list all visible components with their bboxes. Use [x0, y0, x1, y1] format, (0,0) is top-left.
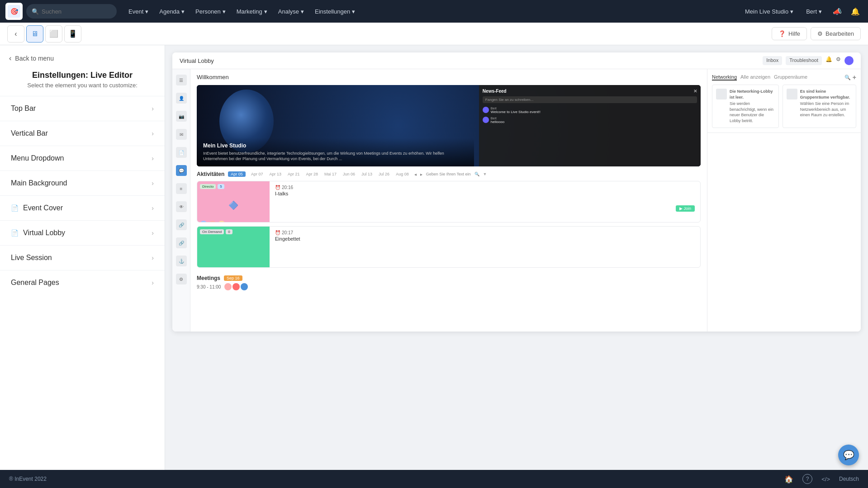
sidebar-item-top-bar[interactable]: Top Bar ›	[0, 96, 165, 121]
search-icon[interactable]: 🔍	[844, 75, 851, 81]
sidebar-item-menu-dropdown[interactable]: Menu Dropdown ›	[0, 146, 165, 171]
link2-icon[interactable]: 🔗	[176, 237, 187, 248]
user-menu[interactable]: Bert ▾	[802, 5, 826, 18]
troubleshoot-button[interactable]: Troubleshoot	[786, 56, 822, 65]
chevron-down-icon: ▾	[352, 8, 355, 15]
session-join-button[interactable]: ▶ Join	[676, 205, 695, 212]
show-all-link[interactable]: Alle anzeigen	[740, 74, 770, 81]
filter-input[interactable]: Geben Sie Ihren Text ein	[426, 172, 471, 176]
sidebar-item-label: Event Cover	[23, 204, 63, 212]
anchor-icon[interactable]: ⚓	[176, 256, 187, 266]
desktop-view-button[interactable]: 🖥	[26, 25, 43, 43]
doc-icon[interactable]: 📄	[176, 147, 187, 158]
preview-topbar-right: Inbox Troubleshoot 🔔 ⚙	[763, 56, 854, 65]
camera-icon[interactable]: 📷	[176, 111, 187, 122]
networking-empty-text: Die Networking-Lobby ist leer. Sie werde…	[730, 89, 775, 124]
menu-icon[interactable]: ☰	[176, 75, 187, 85]
session-thumbnail-2: On Demand 0	[197, 227, 270, 267]
date-item[interactable]: Mai 17	[323, 171, 338, 177]
sidebar-item-event-cover[interactable]: 📄 Event Cover ›	[0, 195, 165, 220]
nav-next-icon[interactable]: ▸	[420, 172, 422, 177]
megaphone-icon[interactable]: 📣	[830, 5, 844, 19]
date-item[interactable]: Aug 08	[394, 171, 411, 177]
tab-networking[interactable]: Networking	[712, 74, 737, 81]
date-item[interactable]: Apr 07	[249, 171, 265, 177]
help-icon: ❓	[778, 30, 786, 37]
date-item[interactable]: Jun 06	[341, 171, 357, 177]
nav-analyse[interactable]: Analyse ▾	[274, 5, 308, 18]
attendee-avatar	[241, 283, 248, 290]
sidebar-item-vertical-bar[interactable]: Vertical Bar ›	[0, 121, 165, 146]
eye-icon[interactable]: 👁	[176, 201, 187, 212]
date-item[interactable]: Jul 13	[360, 171, 374, 177]
nav-personen[interactable]: Personen ▾	[191, 5, 230, 18]
list-icon[interactable]: ≡	[176, 183, 187, 194]
chat-message-1: Bert Welcome to Live Studio event!!	[483, 107, 697, 114]
nav-agenda[interactable]: Agenda ▾	[155, 5, 189, 18]
tab-gruppenraume[interactable]: Gruppenräume	[774, 74, 807, 81]
sidebar-item-live-session[interactable]: Live Session ›	[0, 245, 165, 270]
gruppenraume-empty-text: Es sind keine Gruppenräume verfügbar. Wä…	[800, 89, 852, 118]
sidebar-item-main-background[interactable]: Main Background ›	[0, 171, 165, 195]
gear-icon: ⚙	[836, 56, 841, 65]
gear-icon: ⚙	[817, 30, 823, 37]
arrow-left-icon: ‹	[9, 54, 11, 62]
mobile-view-button[interactable]: 📱	[64, 25, 81, 43]
email-icon[interactable]: ✉	[176, 129, 187, 140]
back-button[interactable]: ‹	[7, 25, 24, 43]
edit-button[interactable]: ⚙ Bearbeiten	[811, 27, 861, 40]
date-badge[interactable]: Apr 05	[228, 171, 246, 177]
filter-icon[interactable]: ▼	[483, 172, 487, 176]
chevron-down-icon: ▾	[145, 8, 148, 15]
session-time-1: ⏰ 20:16	[275, 185, 695, 190]
chevron-down-icon: ▾	[264, 8, 267, 15]
networking-panel: Networking Alle anzeigen Gruppenräume 🔍 …	[707, 69, 861, 133]
sidebar-item-virtual-lobby[interactable]: 📄 Virtual Lobby ›	[0, 220, 165, 245]
networking-header: Networking Alle anzeigen Gruppenräume 🔍 …	[712, 74, 856, 81]
link-icon[interactable]: 🔗	[176, 219, 187, 230]
date-item[interactable]: Apr 13	[267, 171, 283, 177]
help-circle-icon[interactable]: ?	[802, 474, 812, 484]
chat-support-button[interactable]: 💬	[838, 445, 859, 465]
chat-input[interactable]: Fangen Sie an zu schreiben...	[483, 96, 697, 103]
logo[interactable]: 🎯	[5, 3, 23, 20]
preview-right-panel: Networking Alle anzeigen Gruppenräume 🔍 …	[707, 69, 861, 332]
date-item[interactable]: Apr 28	[304, 171, 320, 177]
chat-icon: 💬	[843, 450, 854, 460]
studio-selector[interactable]: Mein Live Studio ▾	[740, 5, 798, 18]
help-button[interactable]: ❓ Hilfe	[772, 27, 807, 40]
code-icon[interactable]: </>	[821, 476, 830, 483]
search-input[interactable]	[42, 8, 111, 15]
search-box[interactable]: 🔍	[26, 4, 117, 19]
sidebar-item-general-pages[interactable]: General Pages ›	[0, 270, 165, 295]
session-card-1: Directo 5 🔷	[197, 181, 701, 223]
date-item[interactable]: Apr 21	[286, 171, 302, 177]
meetings-header: Meetings Sep 16	[197, 271, 701, 283]
back-to-menu-button[interactable]: ‹ Back to menu	[0, 45, 165, 67]
user-icon[interactable]: 👤	[176, 93, 187, 104]
inbox-button[interactable]: Inbox	[763, 56, 782, 65]
settings2-icon[interactable]: ⚙	[176, 274, 187, 284]
nav-marketing[interactable]: Marketing ▾	[232, 5, 272, 18]
chevron-down-icon: ▾	[790, 8, 793, 15]
hero-overlay: Mein Live Studio InEvent bietet benutzer…	[197, 138, 474, 166]
session-info-1: ⏰ 20:16 I-talks ▶ Join	[270, 181, 700, 222]
preview-left-sidebar: ☰ 👤 📷 ✉ 📄 💬 ≡ 👁 🔗 🔗 ⚓ ⚙	[172, 69, 190, 332]
date-item[interactable]: Jul 26	[377, 171, 391, 177]
sidebar-item-label: Vertical Bar	[11, 129, 48, 137]
language-selector[interactable]: Deutsch	[839, 476, 859, 482]
nav-event[interactable]: Event ▾	[124, 5, 153, 18]
home-icon[interactable]: 🏠	[784, 475, 793, 483]
welcome-label: Willkommen	[190, 69, 707, 85]
chevron-right-icon: ›	[152, 130, 154, 137]
bell-icon[interactable]: 🔔	[848, 5, 863, 19]
session-title-1: I-talks	[275, 191, 695, 196]
chat-icon[interactable]: 💬	[176, 165, 187, 176]
chevron-right-icon: ›	[152, 279, 154, 286]
sidebar-item-label: Live Session	[11, 254, 52, 262]
session-info-2: ⏰ 20:17 Eingebettet	[270, 227, 700, 267]
add-icon[interactable]: +	[853, 74, 856, 81]
tablet-view-button[interactable]: ⬜	[45, 25, 62, 43]
nav-einstellungen[interactable]: Einstellungen ▾	[310, 5, 360, 18]
nav-prev-icon[interactable]: ◂	[414, 172, 417, 177]
